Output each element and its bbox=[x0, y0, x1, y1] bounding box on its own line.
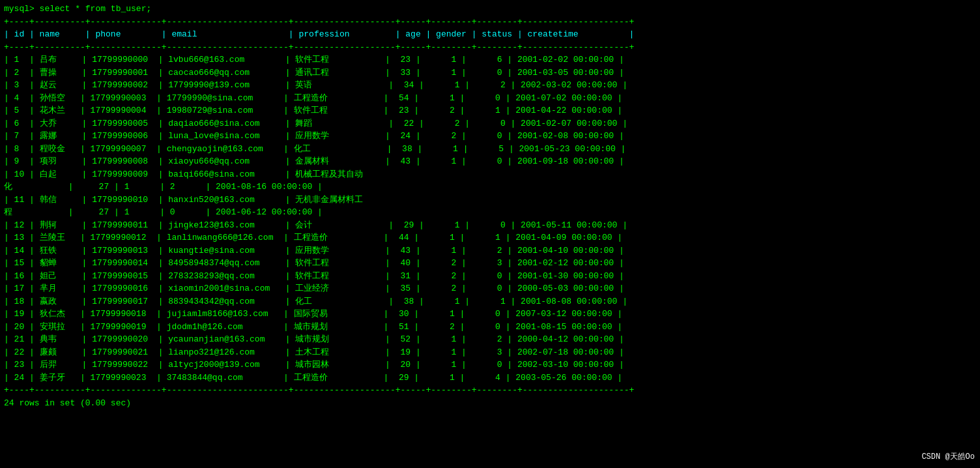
footer-line: 24 rows in set (0.00 sec) bbox=[4, 397, 976, 410]
table-row: | 22 | 廉颇 | 17799990021 | lianpo321@126.… bbox=[4, 346, 976, 359]
table-row: | 2 | 曹操 | 17799990001 | caocao666@qq.co… bbox=[4, 66, 976, 80]
table-row: | 11 | 韩信 | 17799990010 | hanxin520@163.… bbox=[4, 194, 976, 207]
table-row: | 12 | 荆轲 | 17799990011 | jingke123@163.… bbox=[4, 219, 976, 232]
table-row: | 9 | 项羽 | 17799990008 | xiaoyu666@qq.co… bbox=[4, 155, 976, 168]
table-row: | 5 | 花木兰 | 17799990004 | 19980729@sina.… bbox=[4, 104, 976, 117]
table-row: | 19 | 狄仁杰 | 17799990018 | jujiamlm8166@… bbox=[4, 308, 976, 321]
table-row: | 4 | 孙悟空 | 17799990003 | 17799990@sina.… bbox=[4, 92, 976, 105]
separator-top: +----+----------+--------------+--------… bbox=[4, 16, 976, 29]
separator-bottom: +----+----------+--------------+--------… bbox=[4, 384, 976, 397]
table-row: | 14 | 狂铁 | 17799990013 | kuangtie@sina.… bbox=[4, 244, 976, 257]
watermark: CSDN @天皓Oo bbox=[921, 451, 975, 463]
table-row: | 7 | 露娜 | 17799990006 | luna_love@sina.… bbox=[4, 130, 976, 143]
table-row: | 6 | 大乔 | 17799990005 | daqiao666@sina.… bbox=[4, 117, 976, 130]
table-row: | 15 | 貂蝉 | 17799990014 | 84958948374@qq… bbox=[4, 257, 976, 270]
separator-header: +----+----------+--------------+--------… bbox=[4, 41, 976, 54]
terminal-window: mysql> select * from tb_user; +----+----… bbox=[4, 3, 976, 409]
table-row: | 13 | 兰陵王 | 17799990012 | lanlinwang666… bbox=[4, 231, 976, 244]
prompt-line: mysql> select * from tb_user; bbox=[4, 3, 976, 16]
table-row: | 16 | 妲己 | 17799990015 | 2783238293@qq.… bbox=[4, 270, 976, 283]
table-row: | 3 | 赵云 | 17799990002 | 17799990@139.co… bbox=[4, 79, 976, 92]
table-body: | 1 | 吕布 | 17799990000 | lvbu666@163.com… bbox=[4, 53, 976, 384]
table-row: 化 | 27 | 1 | 2 | 2001-08-16 00:00:00 | bbox=[4, 181, 976, 194]
table-row: | 17 | 芈月 | 17799990016 | xiaomin2001@si… bbox=[4, 282, 976, 295]
table-row: | 23 | 后羿 | 17799990022 | altycj2000@139… bbox=[4, 358, 976, 372]
table-row: | 21 | 典韦 | 17799990020 | ycaunanjian@16… bbox=[4, 333, 976, 346]
table-row: | 10 | 白起 | 17799990009 | baiqi666@sina.… bbox=[4, 168, 976, 181]
table-row: | 1 | 吕布 | 17799990000 | lvbu666@163.com… bbox=[4, 53, 976, 66]
table-header: | id | name | phone | email | profession… bbox=[4, 28, 976, 41]
table-row: | 18 | 嬴政 | 17799990017 | 8839434342@qq.… bbox=[4, 295, 976, 308]
table-row: | 20 | 安琪拉 | 17799990019 | jdodm1h@126.c… bbox=[4, 321, 976, 334]
table-row: 程 | 27 | 1 | 0 | 2001-06-12 00:00:00 | bbox=[4, 206, 976, 219]
table-row: | 8 | 程咬金 | 17799990007 | chengyaojin@16… bbox=[4, 143, 976, 156]
table-row: | 24 | 姜子牙 | 17799990023 | 37483844@qq.c… bbox=[4, 372, 976, 385]
